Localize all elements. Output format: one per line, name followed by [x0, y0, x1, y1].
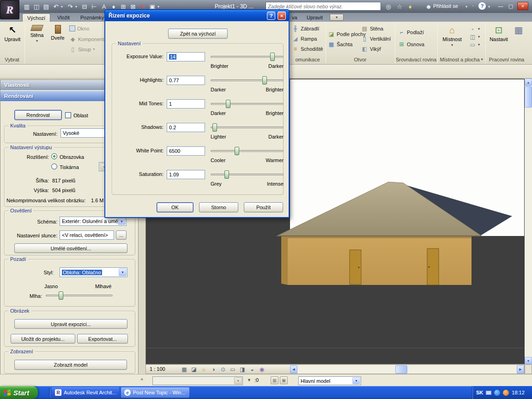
ribbon-display-toggle[interactable]: ▾	[330, 14, 344, 21]
design-options-combo[interactable]: Hlavní model ▾	[298, 376, 361, 385]
subscription-key-icon[interactable]: ♦	[405, 1, 415, 12]
status-toggle-1[interactable]: ▦	[271, 376, 278, 384]
restore-button[interactable]: ▢	[506, 2, 515, 10]
show-model-button[interactable]: Zobrazit model	[14, 360, 127, 370]
scroll-up-icon[interactable]: ▲	[525, 79, 532, 86]
scroll-down-icon[interactable]: ▼	[525, 357, 532, 364]
shadows-slider[interactable]	[211, 123, 284, 132]
area-legend-button[interactable]: ▭ ▾	[469, 41, 480, 48]
printer-radio-label[interactable]: Tiskárna	[60, 164, 79, 170]
save-icon[interactable]: ◫	[32, 1, 41, 12]
dialog-close-button[interactable]: ×	[278, 12, 286, 20]
visual-style-icon[interactable]: ◪	[190, 366, 198, 373]
slider-thumb[interactable]	[212, 123, 217, 132]
measure-icon[interactable]: ⊟	[80, 1, 89, 12]
saturation-slider[interactable]	[211, 170, 284, 179]
vertical-opening-button[interactable]: ▯ Vertikální	[361, 35, 391, 42]
scrollbar-thumb[interactable]	[525, 86, 532, 108]
dialog-help-button[interactable]: ?	[267, 12, 275, 20]
sun-settings-field[interactable]: <V relaci, osvětlení>	[60, 230, 114, 240]
clock[interactable]: 18:12	[512, 390, 525, 395]
plane-viewer-button[interactable]: ▦	[511, 23, 526, 35]
shadows-icon[interactable]: ◑	[209, 366, 218, 373]
white-point-input[interactable]: 6500	[167, 146, 205, 156]
undo-icon[interactable]: ↶	[51, 1, 60, 12]
highlights-slider[interactable]	[211, 76, 284, 85]
reveal-hidden-icon[interactable]: ◉	[258, 366, 266, 373]
area-button[interactable]: ◫ ▾	[469, 33, 480, 40]
dialog-title-bar[interactable]: Řízení expozice	[105, 10, 289, 21]
start-button[interactable]: Start	[0, 386, 38, 399]
room-tag-button[interactable]: ▫ ▾	[469, 25, 480, 32]
vertical-scrollbar[interactable]: ▲ ▼	[525, 79, 532, 364]
tab-upravit[interactable]: Upravit	[302, 13, 327, 22]
ramp-button[interactable]: ◢ Rampa	[292, 35, 317, 42]
room-button[interactable]: ⌂ Místnost ▾	[440, 23, 465, 47]
messenger-tray-icon[interactable]	[494, 390, 500, 396]
scale-button[interactable]: 1 : 100	[150, 366, 165, 372]
open-icon[interactable]: ▥	[22, 1, 31, 12]
cancel-button[interactable]: Storno	[199, 202, 238, 212]
grid-button[interactable]: ⊞ Osnova	[398, 41, 424, 48]
tab-poznamky[interactable]: Poznámky	[76, 13, 109, 22]
temporary-hide-icon[interactable]: ◒	[248, 366, 256, 373]
highlights-input[interactable]: 0.77	[167, 76, 205, 85]
wall-button[interactable]: Stěna ▾	[27, 23, 47, 43]
level-button[interactable]: ⌐ Podlaží	[398, 29, 424, 36]
print-icon[interactable]: ▤	[42, 1, 51, 12]
redo-caret-icon[interactable]: ▾	[75, 5, 79, 9]
task-browser[interactable]: e Post New Topic - Win...	[121, 387, 189, 398]
by-face-button[interactable]: ◪ Podle plochy	[328, 30, 366, 37]
shaft-button[interactable]: ▦ Šachta	[328, 41, 352, 48]
ok-button[interactable]: OK	[157, 202, 193, 212]
sun-path-icon[interactable]: ☼	[200, 366, 208, 373]
fog-slider[interactable]	[46, 291, 113, 300]
region-checkbox[interactable]	[65, 112, 71, 118]
slider-thumb[interactable]	[226, 100, 230, 108]
saturation-input[interactable]: 1.09	[167, 170, 205, 179]
adjust-exposure-button[interactable]: Upravit expozici...	[14, 319, 127, 329]
hscrollbar-thumb[interactable]	[395, 365, 407, 374]
save-to-project-button[interactable]: Uložit do projektu...	[11, 334, 75, 344]
tab-partial[interactable]: va	[290, 13, 299, 22]
door-button[interactable]: Dveře	[48, 23, 67, 41]
redo-icon[interactable]: ↷	[66, 1, 75, 12]
detail-level-icon[interactable]: ▦	[180, 366, 188, 373]
modify-button[interactable]: ↖ Upravit	[2, 23, 23, 42]
crop-view-icon[interactable]: ▭	[229, 366, 237, 373]
apply-button[interactable]: Použít	[244, 202, 283, 212]
undo-caret-icon[interactable]: ▾	[61, 5, 65, 9]
slider-thumb[interactable]	[224, 170, 229, 179]
render-dialog-icon[interactable]: ⊙	[219, 366, 227, 373]
search-input[interactable]	[268, 4, 379, 9]
tab-vlozit[interactable]: Vložit	[53, 13, 74, 22]
scheme-combo[interactable]: Exteriér: Oslunění a umě ▾	[60, 217, 127, 226]
sun-browse-button[interactable]: ...	[116, 230, 127, 240]
render-button[interactable]: Rendrovat	[14, 110, 62, 120]
status-toggle-2[interactable]: ▣	[280, 376, 288, 384]
set-workplane-button[interactable]: ⊡ Nastavit	[488, 23, 510, 42]
signin-caret-icon[interactable]: ▾	[466, 5, 470, 9]
aligned-dimension-icon[interactable]: ⊢	[90, 1, 99, 12]
filter-icon[interactable]: ▼	[247, 378, 251, 382]
firefox-tray-icon[interactable]	[503, 390, 509, 396]
help-icon[interactable]: ?	[478, 2, 486, 10]
scroll-right-icon[interactable]: ▶	[517, 365, 524, 374]
search-binoculars-icon[interactable]: ◎	[384, 1, 393, 12]
qat-caret-icon[interactable]: ▾	[157, 5, 162, 9]
exposure-value-slider[interactable]	[211, 53, 284, 61]
panel-label-mistnost[interactable]: Místnost a plocha▾	[438, 56, 485, 63]
crop-visibility-icon[interactable]: ◨	[238, 366, 247, 373]
signin-person-icon[interactable]: ☻	[424, 1, 433, 12]
slider-thumb[interactable]	[262, 76, 267, 85]
display-tray-icon[interactable]	[486, 391, 491, 395]
help-caret-icon[interactable]: ▾	[488, 5, 492, 9]
close-button[interactable]: ×	[517, 2, 528, 10]
slider-thumb[interactable]	[235, 147, 239, 155]
exposure-value-input[interactable]: 14	[167, 52, 205, 61]
railing-button[interactable]: ╫ Zábradlí	[292, 25, 319, 32]
dormer-button[interactable]: ◧ Vikýř	[361, 45, 381, 52]
artificial-lights-button[interactable]: Umělé osvětlení...	[14, 243, 127, 253]
favorites-icon[interactable]: ☆	[395, 1, 404, 12]
shadows-input[interactable]: 0.2	[167, 123, 205, 132]
